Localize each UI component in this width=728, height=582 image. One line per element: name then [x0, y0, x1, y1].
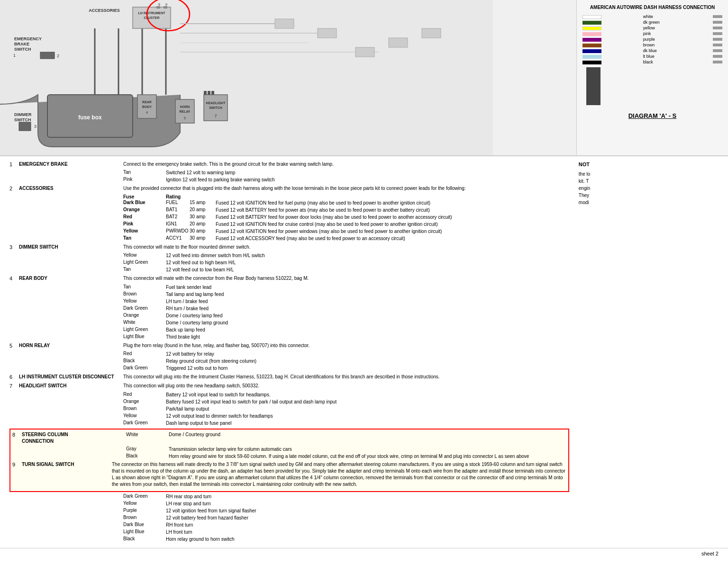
entry-8-sub1: Gray Transmission selector lamp wire for…	[12, 446, 566, 453]
color-row-brown: brown	[582, 42, 723, 48]
entry-3-color2: Light Green	[123, 260, 166, 266]
entry-9-color6: Light Blue	[123, 529, 166, 536]
fuse-row-bat2: Red BAT2 30 amp Fused 12 volt BATTERY fe…	[9, 214, 569, 221]
white-label: white	[642, 14, 692, 19]
entry-5-row: 5 HORN RELAY Plug the horn relay (found …	[9, 342, 569, 349]
svg-text:9: 9	[165, 3, 167, 6]
entry-9-sub4: Brown 12 volt battery feed from hazard f…	[9, 515, 569, 521]
entry-8-color1: Gray	[126, 446, 169, 453]
svg-rect-26	[318, 28, 337, 38]
main-content: 1 EMERGENCY BRAKE Connect to the emergen…	[9, 161, 569, 543]
entry-4-color2: Brown	[123, 291, 166, 298]
fuse-amp-fuel: 15 amp	[190, 200, 216, 206]
entry-3-sub1: Yellow 12 volt feed into dimmer switch f…	[9, 252, 569, 259]
dkblue-label: dk blue	[642, 48, 692, 54]
svg-text:5: 5	[184, 116, 186, 120]
entry-8-name: STEERING COLUMNCONNECTION	[22, 431, 126, 445]
entry-6-row: 6 LH INSTRUMENT CLUSTER DISCONNECT This …	[9, 374, 569, 381]
sheet-footer: sheet 2	[0, 548, 728, 559]
entry-2-num: 2	[9, 185, 19, 192]
svg-rect-28	[389, 38, 408, 47]
entry-5-color1: Red	[123, 351, 166, 358]
entry-3-desc2: 12 volt feed out to high beam H/L	[166, 260, 569, 266]
fuse-col-header2: Rating	[166, 194, 194, 199]
ltblue-swatch	[582, 55, 601, 59]
pink-label: pink	[642, 31, 692, 36]
svg-rect-17	[164, 6, 167, 9]
entry-7-color4: Yellow	[123, 413, 166, 420]
entry-5-desc2: Relay ground circuit (from steering colu…	[166, 358, 569, 365]
entry-8-color-white: White	[126, 431, 169, 445]
entry-1-num: 1	[9, 161, 19, 168]
svg-rect-32	[19, 122, 31, 131]
entry-4-desc7: Back up lamp feed	[166, 327, 569, 333]
fuse-header: Fuse Rating	[9, 194, 569, 199]
fuse-color-pwrwdo: Yellow	[123, 228, 166, 235]
fuse-row-bat1: Orange BAT1 20 amp Fused 12 volt BATTERY…	[9, 207, 569, 214]
svg-text:DIMMER: DIMMER	[14, 112, 32, 117]
svg-rect-29	[422, 28, 441, 38]
svg-rect-27	[355, 47, 374, 57]
svg-text:SWITCH: SWITCH	[209, 106, 222, 109]
fuse-amp-ign1: 20 amp	[190, 221, 216, 228]
entry-3-name: DIMMER SWITCH	[19, 244, 123, 251]
entry-1-sub2: Pink Ignition 12 volt feed to parking br…	[9, 177, 569, 183]
svg-text:RELAY: RELAY	[179, 110, 190, 113]
entry-5-num: 5	[9, 342, 19, 349]
color-row-ltblue: lt blue	[582, 54, 723, 59]
entry-9-num: 9	[12, 461, 22, 488]
entry-3-color3: Tan	[123, 267, 166, 273]
fuse-amp-bat1: 20 amp	[190, 207, 216, 214]
fuse-color-bat2: Red	[123, 214, 166, 221]
pink-swatch	[582, 32, 601, 36]
entry-9-color7: Black	[123, 536, 166, 543]
svg-rect-48	[211, 91, 214, 95]
entry-4-sub8: Light Blue Third brake light	[9, 334, 569, 340]
entry-7-desc1: Battery 12 volt input lead to switch for…	[166, 392, 569, 398]
color-row-dkblue: dk blue	[582, 48, 723, 54]
entry-4-sub7: Light Green Back up lamp feed	[9, 327, 569, 333]
entry-3-sub2: Light Green 12 volt feed out to high bea…	[9, 260, 569, 266]
svg-text:HORN: HORN	[180, 105, 190, 108]
entry-7-desc: This connection will plug onto the new h…	[123, 383, 569, 390]
fuse-color-bat1: Orange	[123, 207, 166, 214]
brown-label: brown	[642, 42, 692, 48]
entry-9-color3: Purple	[123, 508, 166, 514]
purple-swatch	[582, 38, 601, 42]
entry-7-desc3: Park/tail lamp output	[166, 406, 569, 412]
entry-7-desc5: Dash lamp output to fuse panel	[166, 420, 569, 427]
yellow-swatch	[582, 27, 601, 30]
fuse-color-fuel: Dark Blue	[123, 200, 166, 206]
entry-7-desc4: 12 volt output lead to dimmer switch for…	[166, 413, 569, 420]
svg-rect-47	[208, 91, 210, 95]
entry-1-sub1: Tan Switched 12 volt to warning lamp	[9, 170, 569, 176]
entry-1-row: 1 EMERGENCY BRAKE Connect to the emergen…	[9, 161, 569, 168]
entry-9-desc2: LH rear stop and turn	[166, 501, 569, 507]
entry-4-sub6: White Dome / courtesy lamp ground	[9, 320, 569, 326]
wiring-diagram: fuse box EMERGENCY BRAKE SWITCH 1 2 ACCE…	[0, 0, 493, 156]
color-row-dkgreen: dk green	[582, 19, 723, 25]
fuse-desc-bat2: Fused 12 volt BATTERY feed for power doo…	[216, 214, 569, 221]
entry-3-desc1: 12 volt feed into dimmer switch from H/L…	[166, 252, 569, 259]
diagram-section: fuse box EMERGENCY BRAKE SWITCH 1 2 ACCE…	[0, 0, 728, 156]
entry-8-desc2: Horn relay ground wire for stock 59-60 c…	[169, 453, 566, 460]
svg-rect-25	[275, 19, 294, 28]
svg-text:1: 1	[13, 53, 16, 58]
fuse-name-accy1: ACCY1	[166, 235, 190, 242]
entry-1-color2: Pink	[123, 177, 166, 183]
fuse-name-ign1: IGN1	[166, 221, 190, 228]
svg-text:2: 2	[57, 54, 59, 58]
fuse-name-pwrwdo: PWRWDO	[166, 228, 190, 235]
fuse-col-header3	[194, 194, 569, 199]
side-note-text: the lo kit. T engin They modi	[579, 170, 719, 206]
entry-5-name: HORN RELAY	[19, 342, 123, 349]
fuse-row-fuel: Dark Blue FUEL 15 amp Fused 12 volt IGNI…	[9, 200, 569, 206]
diagram-label: DIAGRAM 'A' - S	[582, 112, 723, 119]
entry-4-color4: Dark Green	[123, 305, 166, 312]
brown-swatch	[582, 44, 601, 47]
entry-4-color6: White	[123, 320, 166, 326]
entry-5-sub1: Red 12 volt battery for relay	[9, 351, 569, 358]
entry-3-row: 3 DIMMER SWITCH This connector will mate…	[9, 244, 569, 251]
entry-9-sub7: Black Horn relay ground to horn switch	[9, 536, 569, 543]
entry-9-name: TURN SIGNAL SWITCH	[22, 461, 112, 488]
